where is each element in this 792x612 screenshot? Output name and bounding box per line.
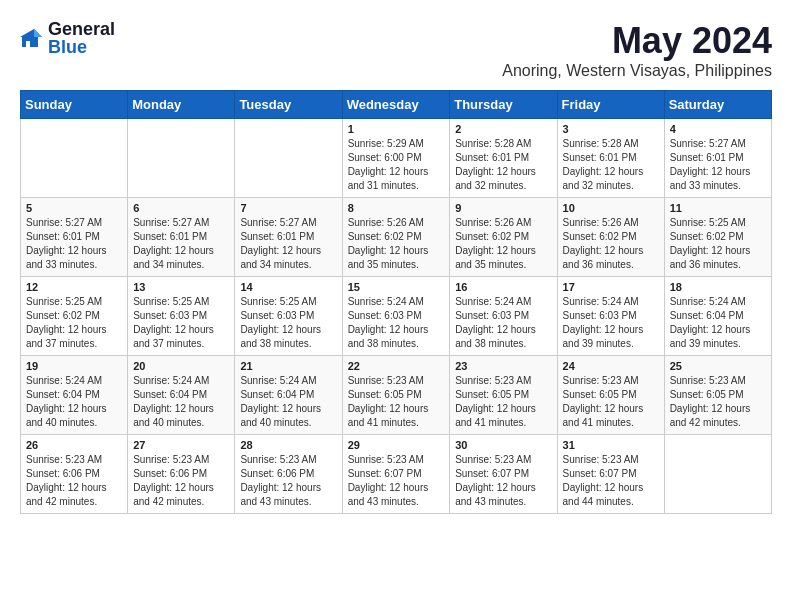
day-info: Sunrise: 5:23 AM Sunset: 6:07 PM Dayligh…: [348, 453, 445, 509]
calendar-cell: 31Sunrise: 5:23 AM Sunset: 6:07 PM Dayli…: [557, 435, 664, 514]
calendar-cell: 21Sunrise: 5:24 AM Sunset: 6:04 PM Dayli…: [235, 356, 342, 435]
day-info: Sunrise: 5:23 AM Sunset: 6:06 PM Dayligh…: [133, 453, 229, 509]
logo-blue: Blue: [48, 38, 115, 56]
day-info: Sunrise: 5:23 AM Sunset: 6:05 PM Dayligh…: [348, 374, 445, 430]
day-number: 11: [670, 202, 766, 214]
logo-general: General: [48, 20, 115, 38]
day-info: Sunrise: 5:29 AM Sunset: 6:00 PM Dayligh…: [348, 137, 445, 193]
day-number: 21: [240, 360, 336, 372]
week-row-3: 12Sunrise: 5:25 AM Sunset: 6:02 PM Dayli…: [21, 277, 772, 356]
calendar-cell: [664, 435, 771, 514]
day-info: Sunrise: 5:23 AM Sunset: 6:05 PM Dayligh…: [670, 374, 766, 430]
calendar-cell: 11Sunrise: 5:25 AM Sunset: 6:02 PM Dayli…: [664, 198, 771, 277]
day-info: Sunrise: 5:27 AM Sunset: 6:01 PM Dayligh…: [133, 216, 229, 272]
day-number: 5: [26, 202, 122, 214]
day-number: 3: [563, 123, 659, 135]
calendar-cell: 17Sunrise: 5:24 AM Sunset: 6:03 PM Dayli…: [557, 277, 664, 356]
day-number: 19: [26, 360, 122, 372]
calendar-cell: 10Sunrise: 5:26 AM Sunset: 6:02 PM Dayli…: [557, 198, 664, 277]
calendar-cell: 30Sunrise: 5:23 AM Sunset: 6:07 PM Dayli…: [450, 435, 557, 514]
day-number: 1: [348, 123, 445, 135]
weekday-header-saturday: Saturday: [664, 91, 771, 119]
day-info: Sunrise: 5:26 AM Sunset: 6:02 PM Dayligh…: [563, 216, 659, 272]
day-number: 26: [26, 439, 122, 451]
day-number: 28: [240, 439, 336, 451]
calendar-cell: 9Sunrise: 5:26 AM Sunset: 6:02 PM Daylig…: [450, 198, 557, 277]
day-info: Sunrise: 5:23 AM Sunset: 6:06 PM Dayligh…: [240, 453, 336, 509]
logo: General Blue: [20, 20, 115, 56]
day-number: 4: [670, 123, 766, 135]
weekday-header-wednesday: Wednesday: [342, 91, 450, 119]
calendar-cell: 23Sunrise: 5:23 AM Sunset: 6:05 PM Dayli…: [450, 356, 557, 435]
weekday-header-sunday: Sunday: [21, 91, 128, 119]
day-info: Sunrise: 5:24 AM Sunset: 6:04 PM Dayligh…: [26, 374, 122, 430]
week-row-5: 26Sunrise: 5:23 AM Sunset: 6:06 PM Dayli…: [21, 435, 772, 514]
day-info: Sunrise: 5:26 AM Sunset: 6:02 PM Dayligh…: [455, 216, 551, 272]
svg-marker-0: [20, 29, 42, 47]
day-info: Sunrise: 5:25 AM Sunset: 6:02 PM Dayligh…: [26, 295, 122, 351]
svg-marker-1: [34, 29, 42, 37]
day-number: 10: [563, 202, 659, 214]
calendar-cell: 1Sunrise: 5:29 AM Sunset: 6:00 PM Daylig…: [342, 119, 450, 198]
week-row-4: 19Sunrise: 5:24 AM Sunset: 6:04 PM Dayli…: [21, 356, 772, 435]
calendar-cell: 19Sunrise: 5:24 AM Sunset: 6:04 PM Dayli…: [21, 356, 128, 435]
day-info: Sunrise: 5:23 AM Sunset: 6:05 PM Dayligh…: [455, 374, 551, 430]
weekday-header-thursday: Thursday: [450, 91, 557, 119]
day-info: Sunrise: 5:24 AM Sunset: 6:04 PM Dayligh…: [670, 295, 766, 351]
day-number: 7: [240, 202, 336, 214]
day-info: Sunrise: 5:25 AM Sunset: 6:02 PM Dayligh…: [670, 216, 766, 272]
day-number: 23: [455, 360, 551, 372]
calendar-cell: 24Sunrise: 5:23 AM Sunset: 6:05 PM Dayli…: [557, 356, 664, 435]
calendar-cell: 18Sunrise: 5:24 AM Sunset: 6:04 PM Dayli…: [664, 277, 771, 356]
day-number: 15: [348, 281, 445, 293]
day-number: 14: [240, 281, 336, 293]
calendar-cell: 12Sunrise: 5:25 AM Sunset: 6:02 PM Dayli…: [21, 277, 128, 356]
weekday-header-friday: Friday: [557, 91, 664, 119]
day-info: Sunrise: 5:25 AM Sunset: 6:03 PM Dayligh…: [133, 295, 229, 351]
day-info: Sunrise: 5:24 AM Sunset: 6:04 PM Dayligh…: [240, 374, 336, 430]
month-title: May 2024: [502, 20, 772, 62]
day-info: Sunrise: 5:27 AM Sunset: 6:01 PM Dayligh…: [240, 216, 336, 272]
calendar-cell: 6Sunrise: 5:27 AM Sunset: 6:01 PM Daylig…: [128, 198, 235, 277]
day-number: 29: [348, 439, 445, 451]
day-number: 8: [348, 202, 445, 214]
day-number: 25: [670, 360, 766, 372]
weekday-header-tuesday: Tuesday: [235, 91, 342, 119]
location-title: Anoring, Western Visayas, Philippines: [502, 62, 772, 80]
calendar-cell: 14Sunrise: 5:25 AM Sunset: 6:03 PM Dayli…: [235, 277, 342, 356]
calendar-cell: 7Sunrise: 5:27 AM Sunset: 6:01 PM Daylig…: [235, 198, 342, 277]
day-number: 30: [455, 439, 551, 451]
calendar-cell: 29Sunrise: 5:23 AM Sunset: 6:07 PM Dayli…: [342, 435, 450, 514]
calendar-cell: 2Sunrise: 5:28 AM Sunset: 6:01 PM Daylig…: [450, 119, 557, 198]
calendar-cell: 25Sunrise: 5:23 AM Sunset: 6:05 PM Dayli…: [664, 356, 771, 435]
calendar-cell: 27Sunrise: 5:23 AM Sunset: 6:06 PM Dayli…: [128, 435, 235, 514]
calendar-cell: 28Sunrise: 5:23 AM Sunset: 6:06 PM Dayli…: [235, 435, 342, 514]
day-number: 2: [455, 123, 551, 135]
title-area: May 2024 Anoring, Western Visayas, Phili…: [502, 20, 772, 80]
week-row-2: 5Sunrise: 5:27 AM Sunset: 6:01 PM Daylig…: [21, 198, 772, 277]
weekday-header-row: SundayMondayTuesdayWednesdayThursdayFrid…: [21, 91, 772, 119]
day-number: 6: [133, 202, 229, 214]
header: General Blue May 2024 Anoring, Western V…: [20, 20, 772, 80]
calendar-cell: [21, 119, 128, 198]
calendar-cell: 13Sunrise: 5:25 AM Sunset: 6:03 PM Dayli…: [128, 277, 235, 356]
day-number: 17: [563, 281, 659, 293]
day-info: Sunrise: 5:28 AM Sunset: 6:01 PM Dayligh…: [455, 137, 551, 193]
day-info: Sunrise: 5:24 AM Sunset: 6:03 PM Dayligh…: [563, 295, 659, 351]
day-info: Sunrise: 5:26 AM Sunset: 6:02 PM Dayligh…: [348, 216, 445, 272]
calendar-cell: 20Sunrise: 5:24 AM Sunset: 6:04 PM Dayli…: [128, 356, 235, 435]
day-info: Sunrise: 5:28 AM Sunset: 6:01 PM Dayligh…: [563, 137, 659, 193]
week-row-1: 1Sunrise: 5:29 AM Sunset: 6:00 PM Daylig…: [21, 119, 772, 198]
day-info: Sunrise: 5:23 AM Sunset: 6:07 PM Dayligh…: [455, 453, 551, 509]
calendar-cell: 26Sunrise: 5:23 AM Sunset: 6:06 PM Dayli…: [21, 435, 128, 514]
calendar-cell: [128, 119, 235, 198]
day-number: 22: [348, 360, 445, 372]
day-info: Sunrise: 5:27 AM Sunset: 6:01 PM Dayligh…: [26, 216, 122, 272]
calendar-cell: 22Sunrise: 5:23 AM Sunset: 6:05 PM Dayli…: [342, 356, 450, 435]
day-info: Sunrise: 5:24 AM Sunset: 6:03 PM Dayligh…: [348, 295, 445, 351]
day-number: 9: [455, 202, 551, 214]
day-info: Sunrise: 5:23 AM Sunset: 6:05 PM Dayligh…: [563, 374, 659, 430]
day-number: 27: [133, 439, 229, 451]
calendar-cell: 16Sunrise: 5:24 AM Sunset: 6:03 PM Dayli…: [450, 277, 557, 356]
day-info: Sunrise: 5:24 AM Sunset: 6:04 PM Dayligh…: [133, 374, 229, 430]
